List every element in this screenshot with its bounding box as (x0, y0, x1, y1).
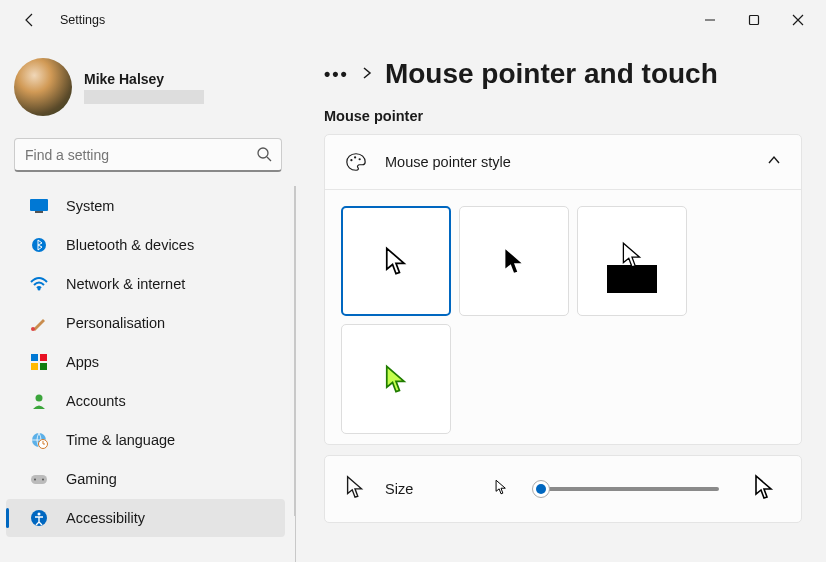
svg-point-8 (31, 327, 35, 331)
user-name: Mike Halsey (84, 71, 204, 87)
svg-line-3 (267, 157, 271, 161)
gaming-icon (30, 470, 48, 488)
pointer-style-inverted[interactable] (577, 206, 687, 316)
sidebar-item-label: Network & internet (66, 276, 185, 292)
size-label: Size (385, 481, 475, 497)
pointer-style-white[interactable] (341, 206, 451, 316)
svg-rect-1 (750, 16, 759, 25)
sidebar-item-time[interactable]: Time & language (6, 421, 285, 459)
large-cursor-icon (751, 474, 777, 504)
svg-rect-4 (30, 199, 48, 211)
svg-point-2 (258, 148, 268, 158)
user-email-placeholder (84, 90, 204, 104)
sidebar-item-system[interactable]: System (6, 187, 285, 225)
svg-rect-11 (31, 363, 38, 370)
system-icon (30, 197, 48, 215)
svg-point-13 (36, 395, 43, 402)
sidebar-item-label: System (66, 198, 114, 214)
apps-icon (30, 353, 48, 371)
svg-point-21 (350, 159, 352, 161)
sidebar-item-label: Gaming (66, 471, 117, 487)
sidebar-item-label: Bluetooth & devices (66, 237, 194, 253)
bluetooth-icon (30, 236, 48, 254)
cursor-icon (345, 475, 367, 503)
sidebar-item-personalisation[interactable]: Personalisation (6, 304, 285, 342)
page-title: Mouse pointer and touch (385, 58, 718, 90)
window-title: Settings (60, 13, 105, 27)
svg-point-23 (359, 158, 361, 160)
size-slider[interactable] (541, 487, 719, 491)
svg-point-18 (42, 479, 44, 481)
mouse-pointer-style-card: Mouse pointer style (324, 134, 802, 445)
account-icon (30, 392, 48, 410)
clock-globe-icon (30, 431, 48, 449)
sidebar-item-label: Personalisation (66, 315, 165, 331)
pointer-style-custom[interactable] (341, 324, 451, 434)
wifi-icon (30, 275, 48, 293)
slider-thumb[interactable] (532, 480, 550, 498)
svg-point-7 (38, 288, 41, 291)
card-title: Mouse pointer style (385, 154, 749, 170)
palette-icon (345, 151, 367, 173)
avatar (14, 58, 72, 116)
user-profile[interactable]: Mike Halsey (0, 50, 296, 132)
small-cursor-icon (493, 479, 509, 499)
section-label: Mouse pointer (324, 108, 802, 124)
svg-rect-16 (31, 475, 47, 484)
breadcrumb-more-icon[interactable]: ••• (324, 64, 349, 85)
sidebar-item-bluetooth[interactable]: Bluetooth & devices (6, 226, 285, 264)
svg-rect-10 (40, 354, 47, 361)
svg-point-17 (34, 479, 36, 481)
sidebar-item-label: Apps (66, 354, 99, 370)
sidebar-item-network[interactable]: Network & internet (6, 265, 285, 303)
sidebar-item-gaming[interactable]: Gaming (6, 460, 285, 498)
back-button[interactable] (14, 4, 46, 36)
size-card: Size (324, 455, 802, 523)
brush-icon (30, 314, 48, 332)
chevron-right-icon (361, 66, 373, 82)
svg-point-22 (354, 156, 356, 158)
search-input[interactable] (14, 138, 282, 172)
pointer-style-black[interactable] (459, 206, 569, 316)
search-icon (256, 146, 272, 166)
accessibility-icon (30, 509, 48, 527)
sidebar-item-label: Time & language (66, 432, 175, 448)
svg-rect-9 (31, 354, 38, 361)
sidebar-item-label: Accessibility (66, 510, 145, 526)
svg-rect-5 (35, 211, 43, 213)
sidebar-item-accessibility[interactable]: Accessibility (6, 499, 285, 537)
sidebar-item-label: Accounts (66, 393, 126, 409)
svg-rect-12 (40, 363, 47, 370)
minimize-button[interactable] (688, 4, 732, 36)
chevron-up-icon (767, 153, 781, 171)
sidebar-item-accounts[interactable]: Accounts (6, 382, 285, 420)
maximize-button[interactable] (732, 4, 776, 36)
svg-point-20 (38, 513, 41, 516)
card-header-toggle[interactable]: Mouse pointer style (325, 135, 801, 189)
close-button[interactable] (776, 4, 820, 36)
sidebar-item-apps[interactable]: Apps (6, 343, 285, 381)
